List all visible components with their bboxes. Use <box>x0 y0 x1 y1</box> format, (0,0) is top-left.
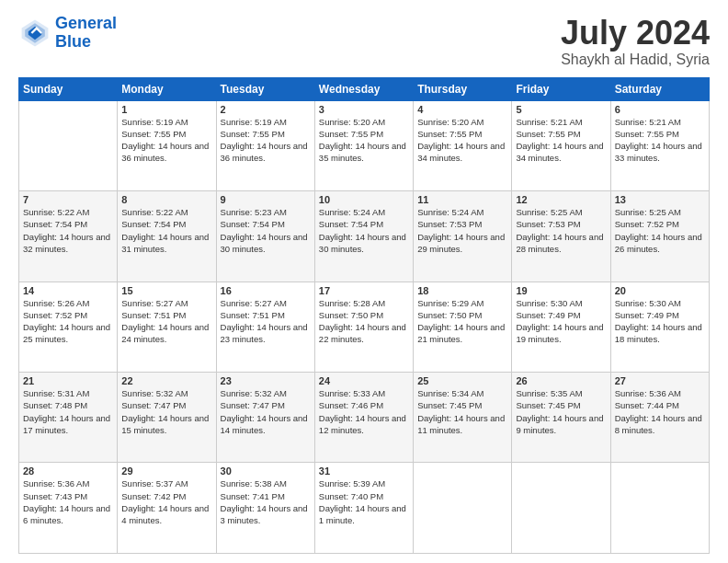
day-number: 6 <box>615 104 705 115</box>
daylight: Daylight: 14 hours and 4 minutes. <box>121 502 211 527</box>
day-info: Sunrise: 5:20 AM Sunset: 7:55 PM Dayligh… <box>417 116 507 165</box>
day-number: 31 <box>319 465 409 477</box>
calendar-cell: 27 Sunrise: 5:36 AM Sunset: 7:44 PM Dayl… <box>610 373 709 463</box>
calendar-cell: 25 Sunrise: 5:34 AM Sunset: 7:45 PM Dayl… <box>414 373 512 463</box>
day-number: 13 <box>615 194 705 205</box>
day-number: 18 <box>417 285 507 296</box>
day-number: 27 <box>615 375 705 386</box>
sunrise: Sunrise: 5:20 AM <box>417 116 507 128</box>
sunset: Sunset: 7:53 PM <box>516 218 606 230</box>
sunset: Sunset: 7:48 PM <box>23 399 113 411</box>
daylight: Daylight: 14 hours and 29 minutes. <box>417 231 507 256</box>
day-number: 15 <box>121 285 211 296</box>
sunset: Sunset: 7:45 PM <box>516 399 606 411</box>
sunset: Sunset: 7:55 PM <box>221 128 311 140</box>
sunset: Sunset: 7:46 PM <box>319 399 409 411</box>
sunset: Sunset: 7:53 PM <box>417 218 507 230</box>
main-title: July 2024 <box>561 15 710 52</box>
calendar-cell: 30 Sunrise: 5:38 AM Sunset: 7:41 PM Dayl… <box>216 463 314 554</box>
logo-line1: General <box>55 14 117 32</box>
sunset: Sunset: 7:52 PM <box>23 309 113 321</box>
day-number: 19 <box>516 285 606 296</box>
calendar-cell: 12 Sunrise: 5:25 AM Sunset: 7:53 PM Dayl… <box>512 191 610 282</box>
calendar-cell: 1 Sunrise: 5:19 AM Sunset: 7:55 PM Dayli… <box>118 100 216 190</box>
page: General Blue July 2024 Shaykh al Hadid, … <box>0 0 728 563</box>
calendar-cell: 16 Sunrise: 5:27 AM Sunset: 7:51 PM Dayl… <box>216 282 314 372</box>
sunset: Sunset: 7:51 PM <box>221 309 311 321</box>
calendar-week-4: 28 Sunrise: 5:36 AM Sunset: 7:43 PM Dayl… <box>19 463 710 554</box>
calendar-cell <box>512 463 610 554</box>
daylight: Daylight: 14 hours and 36 minutes. <box>121 140 211 165</box>
day-info: Sunrise: 5:24 AM Sunset: 7:53 PM Dayligh… <box>417 206 507 255</box>
calendar-cell: 29 Sunrise: 5:37 AM Sunset: 7:42 PM Dayl… <box>118 463 216 554</box>
daylight: Daylight: 14 hours and 11 minutes. <box>417 412 507 437</box>
daylight: Daylight: 14 hours and 12 minutes. <box>319 412 409 437</box>
col-saturday: Saturday <box>610 77 709 100</box>
calendar-week-2: 14 Sunrise: 5:26 AM Sunset: 7:52 PM Dayl… <box>19 282 710 372</box>
day-info: Sunrise: 5:36 AM Sunset: 7:43 PM Dayligh… <box>23 477 113 526</box>
day-info: Sunrise: 5:30 AM Sunset: 7:49 PM Dayligh… <box>615 297 705 346</box>
calendar-cell: 5 Sunrise: 5:21 AM Sunset: 7:55 PM Dayli… <box>512 100 610 190</box>
daylight: Daylight: 14 hours and 25 minutes. <box>23 321 113 346</box>
calendar-table: Sunday Monday Tuesday Wednesday Thursday… <box>18 77 710 554</box>
day-info: Sunrise: 5:30 AM Sunset: 7:49 PM Dayligh… <box>516 297 606 346</box>
day-info: Sunrise: 5:32 AM Sunset: 7:47 PM Dayligh… <box>221 387 311 436</box>
daylight: Daylight: 14 hours and 22 minutes. <box>319 321 409 346</box>
calendar-cell: 17 Sunrise: 5:28 AM Sunset: 7:50 PM Dayl… <box>314 282 413 372</box>
day-number: 5 <box>516 104 606 115</box>
sunrise: Sunrise: 5:25 AM <box>615 206 705 218</box>
title-block: July 2024 Shaykh al Hadid, Syria <box>561 15 710 68</box>
calendar-cell: 7 Sunrise: 5:22 AM Sunset: 7:54 PM Dayli… <box>19 191 118 282</box>
day-number: 8 <box>121 194 211 205</box>
calendar-cell: 20 Sunrise: 5:30 AM Sunset: 7:49 PM Dayl… <box>610 282 709 372</box>
sunrise: Sunrise: 5:24 AM <box>417 206 507 218</box>
day-number: 16 <box>221 285 311 296</box>
sunset: Sunset: 7:42 PM <box>121 490 211 502</box>
sunset: Sunset: 7:47 PM <box>221 399 311 411</box>
day-number: 24 <box>319 375 409 386</box>
day-info: Sunrise: 5:25 AM Sunset: 7:53 PM Dayligh… <box>516 206 606 255</box>
calendar-cell <box>19 100 118 190</box>
day-info: Sunrise: 5:21 AM Sunset: 7:55 PM Dayligh… <box>516 116 606 165</box>
calendar-cell: 19 Sunrise: 5:30 AM Sunset: 7:49 PM Dayl… <box>512 282 610 372</box>
calendar-cell: 18 Sunrise: 5:29 AM Sunset: 7:50 PM Dayl… <box>414 282 512 372</box>
daylight: Daylight: 14 hours and 34 minutes. <box>417 140 507 165</box>
day-info: Sunrise: 5:23 AM Sunset: 7:54 PM Dayligh… <box>221 206 311 255</box>
day-info: Sunrise: 5:24 AM Sunset: 7:54 PM Dayligh… <box>319 206 409 255</box>
calendar-cell <box>414 463 512 554</box>
day-number: 25 <box>417 375 507 386</box>
sunrise: Sunrise: 5:30 AM <box>516 297 606 309</box>
sunset: Sunset: 7:45 PM <box>417 399 507 411</box>
sunrise: Sunrise: 5:19 AM <box>221 116 311 128</box>
day-number: 21 <box>23 375 113 386</box>
daylight: Daylight: 14 hours and 1 minute. <box>319 502 409 527</box>
calendar-cell: 3 Sunrise: 5:20 AM Sunset: 7:55 PM Dayli… <box>314 100 413 190</box>
calendar-cell: 28 Sunrise: 5:36 AM Sunset: 7:43 PM Dayl… <box>19 463 118 554</box>
day-number: 14 <box>23 285 113 296</box>
sunset: Sunset: 7:50 PM <box>417 309 507 321</box>
sunset: Sunset: 7:54 PM <box>319 218 409 230</box>
day-info: Sunrise: 5:20 AM Sunset: 7:55 PM Dayligh… <box>319 116 409 165</box>
calendar-week-3: 21 Sunrise: 5:31 AM Sunset: 7:48 PM Dayl… <box>19 373 710 463</box>
col-sunday: Sunday <box>19 77 118 100</box>
sunset: Sunset: 7:49 PM <box>516 309 606 321</box>
sunrise: Sunrise: 5:37 AM <box>121 477 211 489</box>
calendar-cell: 21 Sunrise: 5:31 AM Sunset: 7:48 PM Dayl… <box>19 373 118 463</box>
sunrise: Sunrise: 5:22 AM <box>121 206 211 218</box>
col-friday: Friday <box>512 77 610 100</box>
logo-line2: Blue <box>55 32 91 51</box>
day-number: 23 <box>221 375 311 386</box>
subtitle: Shaykh al Hadid, Syria <box>561 52 710 68</box>
calendar-cell: 13 Sunrise: 5:25 AM Sunset: 7:52 PM Dayl… <box>610 191 709 282</box>
daylight: Daylight: 14 hours and 35 minutes. <box>319 140 409 165</box>
calendar-cell: 31 Sunrise: 5:39 AM Sunset: 7:40 PM Dayl… <box>314 463 413 554</box>
calendar-cell <box>610 463 709 554</box>
day-info: Sunrise: 5:28 AM Sunset: 7:50 PM Dayligh… <box>319 297 409 346</box>
day-info: Sunrise: 5:22 AM Sunset: 7:54 PM Dayligh… <box>121 206 211 255</box>
daylight: Daylight: 14 hours and 26 minutes. <box>615 231 705 256</box>
logo-text: General Blue <box>55 15 117 52</box>
daylight: Daylight: 14 hours and 28 minutes. <box>516 231 606 256</box>
day-info: Sunrise: 5:21 AM Sunset: 7:55 PM Dayligh… <box>615 116 705 165</box>
sunrise: Sunrise: 5:21 AM <box>615 116 705 128</box>
sunset: Sunset: 7:55 PM <box>121 128 211 140</box>
